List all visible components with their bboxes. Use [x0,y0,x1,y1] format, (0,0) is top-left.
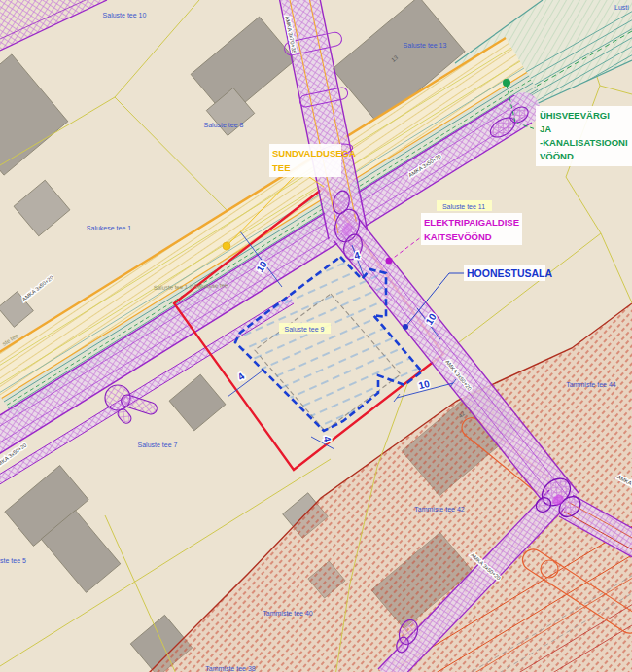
parcel-label: Tammiste tee 44 [566,381,615,388]
annotation-text: JA [540,124,551,134]
annotation-electrical: ELEKTRIPAIGALDISE KAITSEVÖÖND [421,213,522,245]
annotation-text: ELEKTRIPAIGALDISE [424,217,519,228]
annotation-text: KAITSEVÖÖND [424,231,492,242]
annotation-text: ÜHISVEEVÄRGI [540,110,610,121]
parcel-label: Tammiste tee 40 [263,610,312,617]
planning-map: 10 4 10 10 4 4 AMKA 3x70+35 AMKA 3x50+20… [0,0,632,672]
parcel-label: Salukese tee 1 [87,225,131,231]
parcel-label: Saluste tee 8 [204,122,244,128]
annotation-text: VÖÖND [540,151,574,161]
annotation-text: HOONESTUSALA [467,267,553,279]
parcel-label: Saluste tee 11 [442,203,485,210]
water-marker-dot [503,79,510,87]
map-canvas[interactable]: 10 4 10 10 4 4 AMKA 3x70+35 AMKA 3x50+20… [0,0,632,672]
parcel-label: Saluste tee 10 [103,12,147,18]
annotation-text: -KANALISATSIOONI [540,137,628,148]
building-area-marker-dot [403,324,408,330]
annotation-text: SUNDVALDUSEGA [272,148,356,159]
parcel-label: Saluste tee 7 [138,442,178,448]
electrical-marker-dot [386,258,393,265]
parcel-label: Saluste tee 5 [0,557,26,564]
parcel-label: Saluste tee 13 [404,42,447,49]
annotation-water-sewer: ÜHISVEEVÄRGI JA -KANALISATSIOONI VÖÖND [536,106,632,166]
easement-marker-dot [223,242,230,250]
parcel-label: Saluste tee 9 [285,326,325,333]
parcel-label: Lusti [614,4,629,11]
parcel-label: Tammiste tee 38 [205,665,255,672]
annotation-text: TEE [272,162,290,173]
parcel-label: Tammiste tee 42 [414,506,464,513]
annotation-building-area: HOONESTUSALA [464,265,553,281]
